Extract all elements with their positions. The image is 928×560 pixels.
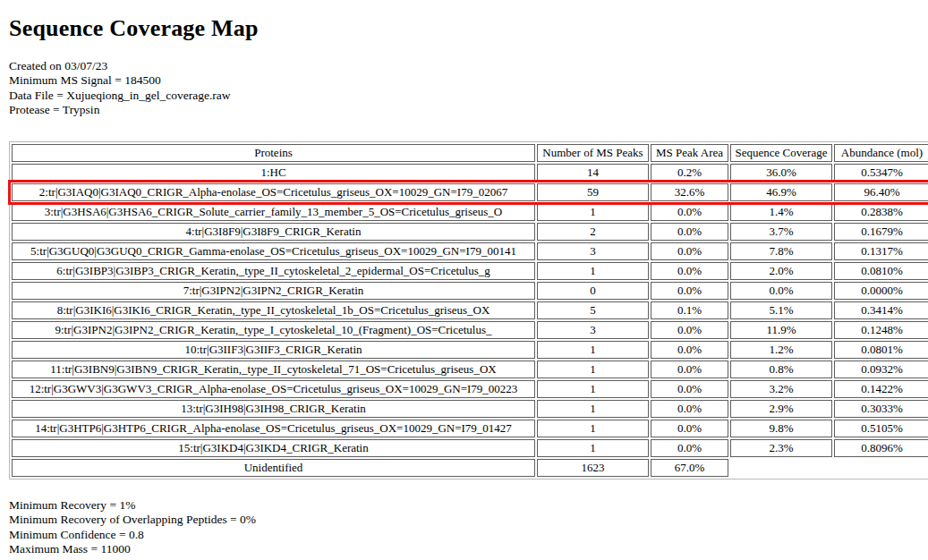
table-row-highlighted: 2:tr|G3IAQ0|G3IAQ0_CRIGR_Alpha-enolase_O… — [12, 183, 928, 201]
table-row: 10:tr|G3IIF3|G3IIF3_CRIGR_Keratin10.0%1.… — [12, 341, 928, 359]
abundance-cell: 0.3414% — [834, 301, 928, 319]
proteins-cell: 12:tr|G3GWV3|G3GWV3_CRIGR_Alpha-enolase_… — [12, 380, 535, 398]
table-header-row: ProteinsNumber of MS PeaksMS Peak AreaSe… — [12, 144, 928, 162]
ms-peaks-cell: 1 — [537, 439, 649, 457]
ms-peaks-cell: 3 — [537, 321, 649, 339]
meta-data-file: Data File = Xujueqiong_in_gel_coverage.r… — [9, 89, 920, 103]
abundance-cell: 0.0000% — [834, 282, 928, 300]
peak-area-cell: 0.0% — [651, 262, 728, 280]
table-row: 1:HC140.2%36.0%0.5347% — [12, 164, 928, 182]
table-body: 1:HC140.2%36.0%0.5347%2:tr|G3IAQ0|G3IAQ0… — [12, 164, 928, 477]
proteins-cell: 2:tr|G3IAQ0|G3IAQ0_CRIGR_Alpha-enolase_O… — [12, 183, 535, 201]
ms-peaks-cell: 3 — [537, 242, 649, 260]
peak-area-cell: 0.0% — [651, 321, 728, 339]
sequence-coverage-cell: 9.8% — [730, 420, 832, 437]
ms-peaks-cell: 59 — [537, 183, 649, 201]
sequence-coverage-cell: 0.8% — [730, 361, 832, 378]
table-row: 14:tr|G3HTP6|G3HTP6_CRIGR_Alpha-enolase_… — [12, 420, 928, 437]
page-title: Sequence Coverage Map — [9, 15, 920, 42]
ms-peaks-cell: 1 — [537, 380, 649, 398]
proteins-cell: 15:tr|G3IKD4|G3IKD4_CRIGR_Keratin — [12, 439, 535, 457]
proteins-cell: 14:tr|G3HTP6|G3HTP6_CRIGR_Alpha-enolase_… — [12, 420, 535, 437]
proteins-cell: 8:tr|G3IKI6|G3IKI6_CRIGR_Keratin,_type_I… — [12, 301, 535, 319]
ms-peaks-cell: 1 — [537, 361, 649, 378]
ms-peaks-cell: 0 — [537, 282, 649, 300]
proteins-cell: 7:tr|G3IPN2|G3IPN2_CRIGR_Keratin — [12, 282, 535, 300]
sequence-coverage-cell: 1.2% — [730, 341, 832, 359]
peak-area-cell: 67.0% — [651, 459, 728, 477]
table-row: 15:tr|G3IKD4|G3IKD4_CRIGR_Keratin10.0%2.… — [12, 439, 928, 457]
column-header-peak-area: MS Peak Area — [651, 144, 728, 162]
footer-min-confidence: Minimum Confidence = 0.8 — [9, 528, 920, 542]
sequence-coverage-cell: 2.9% — [730, 400, 832, 418]
ms-peaks-cell: 2 — [537, 223, 649, 241]
table-row: 12:tr|G3GWV3|G3GWV3_CRIGR_Alpha-enolase_… — [12, 380, 928, 398]
ms-peaks-cell: 1 — [537, 203, 649, 221]
peak-area-cell: 0.0% — [651, 439, 728, 457]
abundance-cell: 0.3033% — [834, 400, 928, 418]
sequence-coverage-cell: 2.3% — [730, 439, 832, 457]
footer-min-recovery-overlapping: Minimum Recovery of Overlapping Peptides… — [9, 513, 920, 527]
abundance-cell: 0.0810% — [834, 262, 928, 280]
sequence-coverage-cell: 11.9% — [730, 321, 832, 339]
meta-protease: Protease = Trypsin — [9, 103, 920, 117]
column-header-ms-peaks: Number of MS Peaks — [537, 144, 649, 162]
abundance-cell: 0.5105% — [834, 420, 928, 437]
sequence-coverage-cell: 0.0% — [730, 282, 832, 300]
proteins-cell: 4:tr|G3I8F9|G3I8F9_CRIGR_Keratin — [12, 223, 535, 241]
report-page: Sequence Coverage Map Created on 03/07/2… — [0, 0, 928, 560]
proteins-cell: 9:tr|G3IPN2|G3IPN2_CRIGR_Keratin,_type_I… — [12, 321, 535, 339]
sequence-coverage-table: ProteinsNumber of MS PeaksMS Peak AreaSe… — [9, 141, 928, 479]
footer-min-recovery: Minimum Recovery = 1% — [9, 498, 920, 513]
peak-area-cell: 0.0% — [651, 282, 728, 300]
table-row: 13:tr|G3IH98|G3IH98_CRIGR_Keratin10.0%2.… — [12, 400, 928, 418]
table-row: 3:tr|G3HSA6|G3HSA6_CRIGR_Solute_carrier_… — [12, 203, 928, 221]
ms-peaks-cell: 1623 — [537, 459, 649, 477]
column-header-sequence-coverage: Sequence Coverage — [730, 144, 832, 162]
sequence-coverage-cell: 46.9% — [730, 183, 832, 201]
column-header-proteins: Proteins — [12, 144, 535, 162]
table-row: 11:tr|G3IBN9|G3IBN9_CRIGR_Keratin,_type_… — [12, 361, 928, 378]
ms-peaks-cell: 14 — [537, 164, 649, 182]
peak-area-cell: 0.0% — [651, 380, 728, 398]
abundance-cell: 0.5347% — [834, 164, 928, 182]
peak-area-cell: 0.0% — [651, 242, 728, 260]
peak-area-cell: 0.0% — [651, 361, 728, 378]
abundance-cell: 0.1317% — [834, 242, 928, 260]
table-row: 8:tr|G3IKI6|G3IKI6_CRIGR_Keratin,_type_I… — [12, 301, 928, 319]
peak-area-cell: 0.0% — [651, 203, 728, 221]
abundance-cell: 0.1248% — [834, 321, 928, 339]
sequence-coverage-cell: 7.8% — [730, 242, 832, 260]
ms-peaks-cell: 1 — [537, 420, 649, 437]
abundance-cell: 0.2838% — [834, 203, 928, 221]
table-row: Unidentified162367.0% — [12, 459, 928, 477]
table-row: 5:tr|G3GUQ0|G3GUQ0_CRIGR_Gamma-enolase_O… — [12, 242, 928, 260]
sequence-coverage-cell: 1.4% — [730, 203, 832, 221]
proteins-cell: 1:HC — [12, 164, 535, 182]
proteins-cell: 11:tr|G3IBN9|G3IBN9_CRIGR_Keratin,_type_… — [12, 361, 535, 378]
peak-area-cell: 0.2% — [651, 164, 728, 182]
proteins-cell: 6:tr|G3IBP3|G3IBP3_CRIGR_Keratin,_type_I… — [12, 262, 535, 280]
sequence-coverage-cell: 5.1% — [730, 301, 832, 319]
abundance-cell: 0.0932% — [834, 361, 928, 378]
peak-area-cell: 0.0% — [651, 420, 728, 437]
proteins-cell: 13:tr|G3IH98|G3IH98_CRIGR_Keratin — [12, 400, 535, 418]
meta-created-on: Created on 03/07/23 — [9, 59, 920, 73]
proteins-cell: 5:tr|G3GUQ0|G3GUQ0_CRIGR_Gamma-enolase_O… — [12, 242, 535, 260]
ms-peaks-cell: 5 — [537, 301, 649, 319]
peak-area-cell: 0.0% — [651, 223, 728, 241]
abundance-cell: 0.1679% — [834, 223, 928, 241]
table-row: 6:tr|G3IBP3|G3IBP3_CRIGR_Keratin,_type_I… — [12, 262, 928, 280]
ms-peaks-cell: 1 — [537, 400, 649, 418]
sequence-coverage-cell: 3.7% — [730, 223, 832, 241]
footer-max-mass: Maximum Mass = 11000 — [9, 542, 920, 556]
peak-area-cell: 32.6% — [651, 183, 728, 201]
proteins-cell: 10:tr|G3IIF3|G3IIF3_CRIGR_Keratin — [12, 341, 535, 359]
proteins-cell: Unidentified — [12, 459, 535, 477]
peak-area-cell: 0.1% — [651, 301, 728, 319]
sequence-coverage-cell: 36.0% — [730, 164, 832, 182]
column-header-abundance: Abundance (mol) — [834, 144, 928, 162]
sequence-coverage-cell: 3.2% — [730, 380, 832, 398]
table-row: 7:tr|G3IPN2|G3IPN2_CRIGR_Keratin00.0%0.0… — [12, 282, 928, 300]
report-header-metadata: Created on 03/07/23 Minimum MS Signal = … — [9, 59, 920, 117]
